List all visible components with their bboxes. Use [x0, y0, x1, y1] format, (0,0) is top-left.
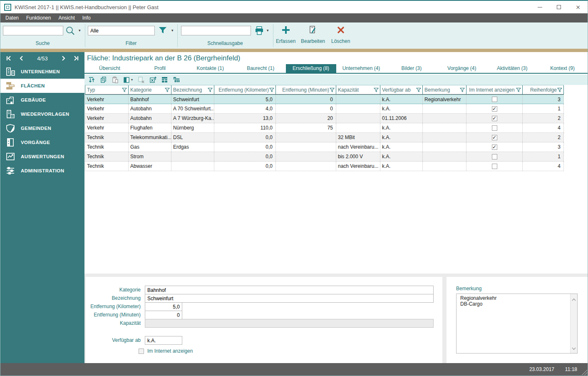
- column-header-verfügbar-ab[interactable]: Verfügbar ab: [380, 85, 423, 94]
- search-input[interactable]: [3, 26, 63, 35]
- entfernung-km-field[interactable]: [145, 302, 182, 311]
- bezeichnung-field[interactable]: [145, 294, 434, 303]
- close-button[interactable]: ×: [568, 1, 588, 13]
- entfernung-min-field[interactable]: [145, 311, 182, 319]
- magnifier-icon[interactable]: [65, 25, 76, 38]
- maximize-button[interactable]: [549, 1, 568, 13]
- sidebar-item-wiedervorlagen[interactable]: WIEDERVORLAGEN: [0, 107, 84, 121]
- column-header-entfernung-minuten[interactable]: Entfernung (Minuten): [276, 85, 336, 94]
- column-header-bemerkung[interactable]: Bemerkung: [423, 85, 466, 94]
- next-record-button[interactable]: [60, 55, 67, 61]
- menu-item-daten[interactable]: Daten: [2, 13, 22, 22]
- menu-item-info[interactable]: Info: [79, 13, 94, 22]
- delete-icon: [336, 25, 345, 36]
- funnel-icon[interactable]: [158, 26, 167, 36]
- sidebar-item-administration[interactable]: ADMINISTRATION: [0, 164, 84, 178]
- table-row[interactable]: VerkehrAutobahnA 7 Würzburg-Ka...13,0200…: [85, 114, 564, 123]
- filter-input[interactable]: [88, 26, 155, 35]
- columns-icon[interactable]: ▾: [123, 77, 133, 83]
- table-row[interactable]: TechnikTelekommunikati...DSL0,032 MBitk.…: [85, 133, 564, 142]
- sidebar-item-unternehmen[interactable]: UNTERNEHMEN: [0, 65, 84, 79]
- menu-item-ansicht[interactable]: Ansicht: [55, 13, 78, 22]
- filter-dropdown-caret[interactable]: ▾: [171, 28, 174, 32]
- tab-erschließung-8[interactable]: Erschließung (8): [286, 64, 336, 73]
- bearbeiten-button[interactable]: Bearbeiten: [301, 22, 325, 49]
- filter-funnel-icon[interactable]: [208, 87, 213, 92]
- export-excel-icon[interactable]: [149, 76, 156, 83]
- quick-output-dropdown-caret[interactable]: ▾: [267, 28, 269, 32]
- minimize-button[interactable]: [530, 1, 549, 13]
- grid-columns-icon[interactable]: [173, 76, 181, 83]
- copy-icon[interactable]: [100, 76, 107, 83]
- table-row[interactable]: VerkehrFlughafenNürnberg110,075k.A.4: [85, 123, 564, 133]
- filter-funnel-icon[interactable]: [330, 87, 335, 92]
- sort-icon[interactable]: [88, 76, 95, 83]
- column-header-bezeichnung[interactable]: Bezeichnung: [171, 85, 214, 94]
- table-row[interactable]: TechnikGasErdgas0,0nach Vereinbaru...k.A…: [85, 142, 564, 152]
- quick-output-input[interactable]: [181, 26, 251, 35]
- previous-record-button[interactable]: [18, 55, 25, 61]
- table-row[interactable]: TechnikStrom0,0bis 2.000 Vk.A.1: [85, 152, 564, 162]
- search-dropdown-caret[interactable]: ▾: [79, 28, 81, 32]
- filter-funnel-icon[interactable]: [269, 87, 274, 92]
- sidebar-item-vorgänge[interactable]: VORGÄNGE: [0, 135, 84, 149]
- table-row[interactable]: VerkehrAutobahnA 70 Schweinfurt...4,00k.…: [85, 104, 564, 114]
- internet-anzeigen-checkbox[interactable]: [492, 144, 497, 150]
- tab-vorgänge-4[interactable]: Vorgänge (4): [437, 64, 487, 73]
- sidebar-item-gemeinden[interactable]: GEMEINDEN: [0, 121, 84, 135]
- internet-anzeigen-checkbox[interactable]: [492, 106, 497, 112]
- tab-profil[interactable]: Profil: [135, 64, 185, 73]
- column-header-typ[interactable]: Typ: [85, 85, 129, 94]
- column-header-im-internet-anzeigen[interactable]: Im Internet anzeigen: [466, 85, 523, 94]
- internet-anzeigen-checkbox[interactable]: [492, 116, 497, 121]
- column-header-entfernung-kilometer[interactable]: Entfernung (Kilometer): [214, 85, 276, 94]
- remove-column-icon[interactable]: [137, 76, 145, 83]
- table-row[interactable]: VerkehrBahnhofSchweinfurt5,00k.A.Regiona…: [85, 95, 564, 104]
- sidebar-item-flächen[interactable]: FLÄCHEN: [0, 79, 84, 93]
- tab-übersicht[interactable]: Übersicht: [84, 64, 135, 73]
- table-row[interactable]: TechnikAbwasser0,0nach Vereinbaru...k.A.…: [85, 162, 564, 171]
- filter-funnel-icon[interactable]: [416, 87, 421, 92]
- tab-baurecht-1[interactable]: Baurecht (1): [236, 64, 286, 73]
- tab-kontakte-1[interactable]: Kontakte (1): [185, 64, 236, 73]
- internet-anzeigen-checkbox[interactable]: [492, 97, 497, 102]
- internet-anzeigen-checkbox[interactable]: [492, 164, 497, 169]
- tab-aktivitäten-3[interactable]: Aktivitäten (3): [487, 64, 537, 73]
- filter-funnel-icon[interactable]: [557, 87, 562, 92]
- last-record-button[interactable]: [72, 55, 80, 61]
- bemerkung-scrollbar[interactable]: [570, 294, 577, 353]
- verfuegbar-ab-field[interactable]: [145, 336, 182, 345]
- printer-icon[interactable]: [254, 26, 264, 37]
- first-record-button[interactable]: [5, 55, 12, 61]
- internet-anzeigen-checkbox[interactable]: [492, 125, 497, 131]
- grid-view-icon[interactable]: [161, 76, 168, 83]
- scroll-up-icon[interactable]: [572, 295, 576, 303]
- bemerkung-textarea[interactable]: Regionalverkehr DB-Cargo: [457, 294, 570, 353]
- paste-icon[interactable]: [112, 76, 119, 83]
- filter-funnel-icon[interactable]: [122, 87, 127, 92]
- internet-anzeigen-checkbox[interactable]: [492, 154, 497, 159]
- resize-grip[interactable]: [581, 369, 587, 375]
- filter-funnel-icon[interactable]: [165, 87, 170, 92]
- sidebar-item-gebäude[interactable]: GEBÄUDE: [0, 93, 84, 107]
- column-header-kapazität[interactable]: Kapazität: [336, 85, 380, 94]
- filter-funnel-icon[interactable]: [460, 87, 465, 92]
- kategorie-field[interactable]: [145, 286, 434, 294]
- internet-anzeigen-checkbox[interactable]: [492, 135, 497, 140]
- filter-funnel-icon[interactable]: [516, 87, 521, 92]
- sidebar-item-label: VORGÄNGE: [21, 140, 50, 145]
- column-header-label: Kapazität: [338, 87, 359, 93]
- sidebar-item-auswertungen[interactable]: AUSWERTUNGEN: [0, 149, 84, 164]
- im-internet-checkbox[interactable]: [139, 349, 144, 354]
- filter-funnel-icon[interactable]: [374, 87, 379, 92]
- scroll-down-icon[interactable]: [572, 344, 576, 352]
- tab-unternehmen-4[interactable]: Unternehmen (4): [336, 64, 387, 73]
- tab-bilder-3[interactable]: Bilder (3): [386, 64, 437, 73]
- column-header-kategorie[interactable]: Kategorie: [129, 85, 171, 94]
- column-header-reihenfolge[interactable]: Reihenfolge: [523, 85, 564, 94]
- tab-kontext-9[interactable]: Kontext (9): [537, 64, 588, 73]
- löschen-button[interactable]: Löschen: [331, 22, 350, 49]
- erfassen-button[interactable]: Erfassen: [276, 22, 295, 49]
- menu-item-funktionen[interactable]: Funktionen: [22, 13, 55, 22]
- cell-kapazität: bis 2.000 V: [336, 152, 380, 161]
